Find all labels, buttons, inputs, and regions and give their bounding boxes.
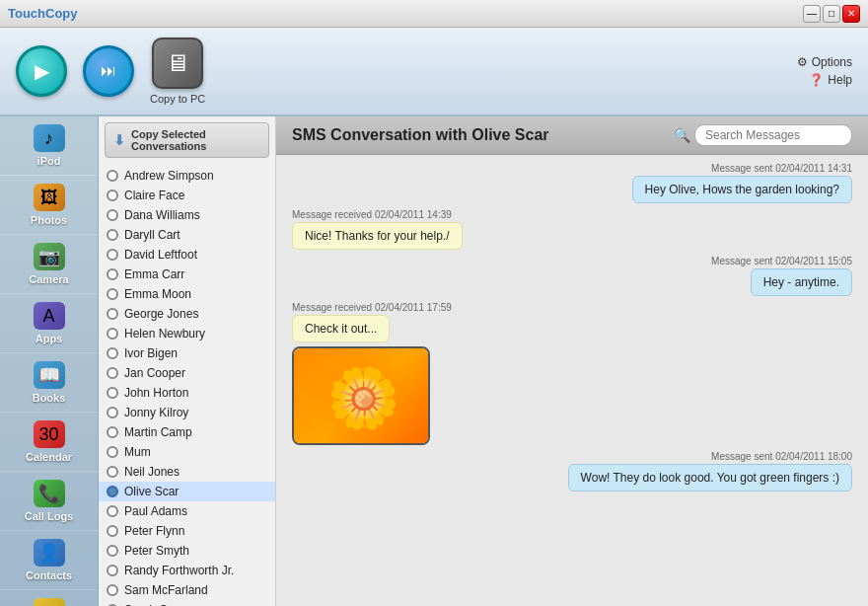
sidebar-item-apps[interactable]: A Apps — [0, 294, 98, 353]
contact-item[interactable]: John Horton — [99, 383, 275, 403]
contact-radio[interactable] — [107, 229, 118, 241]
sidebar-item-calendar[interactable]: 30 Calendar — [0, 413, 98, 472]
contact-radio[interactable] — [107, 545, 118, 557]
contact-item[interactable]: Emma Moon — [99, 284, 275, 304]
contact-name: Ivor Bigen — [124, 346, 178, 360]
message-row: Message received 02/04/2011 17:59Check i… — [292, 302, 852, 445]
contact-item[interactable]: Sam McFarland — [99, 580, 275, 600]
contact-item[interactable]: Mum — [99, 442, 275, 462]
contact-radio[interactable] — [107, 565, 118, 576]
minimize-button[interactable]: — — [803, 5, 821, 23]
contact-item[interactable]: Martin Camp — [99, 422, 275, 442]
contact-item[interactable]: Peter Smyth — [99, 541, 275, 561]
contact-item[interactable]: Paul Adams — [99, 501, 275, 521]
contact-list-panel: ⬇ Copy Selected Conversations Andrew Sim… — [99, 116, 276, 606]
books-icon: 📖 — [34, 361, 65, 389]
ipod-icon: ♪ — [34, 124, 65, 152]
contact-radio[interactable] — [107, 308, 118, 320]
contact-item[interactable]: Jonny Kilroy — [99, 403, 275, 422]
sidebar-label-calllogs: Call Logs — [25, 510, 74, 522]
contact-name: Olive Scar — [124, 485, 179, 498]
contact-name: Dana Williams — [124, 208, 200, 222]
files-icon: 📁 — [34, 598, 65, 606]
contact-radio[interactable] — [107, 249, 118, 261]
contact-radio[interactable] — [107, 189, 118, 201]
contact-name: Emma Moon — [124, 287, 191, 301]
contact-item[interactable]: Ivor Bigen — [99, 343, 275, 363]
copy-to-pc-label: Copy to PC — [150, 93, 205, 105]
copy-selected-button[interactable]: ⬇ Copy Selected Conversations — [105, 122, 269, 158]
contact-item[interactable]: Emma Carr — [99, 265, 275, 284]
copy-selected-label: Copy Selected Conversations — [131, 128, 260, 152]
contact-item[interactable]: Dana Williams — [99, 205, 275, 225]
sidebar-item-photos[interactable]: 🖼 Photos — [0, 176, 98, 235]
sidebar-item-camera[interactable]: 📷 Camera — [0, 235, 98, 294]
photos-icon: 🖼 — [34, 184, 65, 211]
sidebar-item-ipod[interactable]: ♪ iPod — [0, 116, 98, 176]
camera-icon: 📷 — [34, 243, 65, 270]
contact-name: Jonny Kilroy — [124, 406, 188, 419]
contact-radio[interactable] — [107, 268, 118, 280]
contact-item[interactable]: Jan Cooper — [99, 363, 275, 383]
close-button[interactable]: ✕ — [842, 5, 860, 23]
sidebar-item-files[interactable]: 📁 Files — [0, 590, 98, 606]
contact-radio[interactable] — [107, 347, 118, 359]
sidebar-label-books: Books — [33, 392, 66, 404]
message-bubble: Check it out... — [292, 315, 390, 342]
apps-icon: A — [34, 302, 65, 330]
contact-name: Emma Carr — [124, 267, 184, 281]
contact-item[interactable]: David Leftfoot — [99, 245, 275, 265]
contact-radio[interactable] — [107, 466, 118, 478]
calllogs-icon: 📞 — [34, 480, 65, 507]
contact-radio[interactable] — [107, 170, 118, 182]
contact-radio[interactable] — [107, 486, 118, 497]
contact-name: Mum — [124, 445, 151, 459]
contact-item[interactable]: Helen Newbury — [99, 324, 275, 343]
options-label: Options — [812, 55, 852, 69]
contact-name: Paul Adams — [124, 504, 187, 518]
copy-to-pc-button[interactable]: 🖥 — [152, 38, 203, 89]
contact-name: Sam McFarland — [124, 583, 208, 597]
contact-item[interactable]: Sarah Cross — [99, 600, 275, 606]
help-label: Help — [828, 73, 852, 87]
download-icon: ⬇ — [113, 132, 125, 148]
sidebar-item-books[interactable]: 📖 Books — [0, 353, 98, 413]
sidebar-item-contacts[interactable]: 👤 Contacts — [0, 531, 98, 590]
contact-item[interactable]: Andrew Simpson — [99, 166, 275, 186]
contact-radio[interactable] — [107, 584, 118, 596]
options-button[interactable]: ⚙ Options — [797, 55, 852, 69]
help-button[interactable]: ❓ Help — [809, 73, 852, 87]
contact-item[interactable]: Daryll Cart — [99, 225, 275, 245]
play-button[interactable]: ▶ — [16, 45, 67, 97]
contact-item[interactable]: Randy Forthworth Jr. — [99, 561, 275, 580]
contact-name: Claire Face — [124, 189, 184, 202]
contact-radio[interactable] — [107, 367, 118, 379]
contact-radio[interactable] — [107, 209, 118, 221]
contact-radio[interactable] — [107, 407, 118, 418]
search-icon: 🔍 — [674, 127, 690, 143]
sidebar-label-camera: Camera — [29, 273, 68, 285]
contact-item[interactable]: Neil Jones — [99, 462, 275, 482]
contact-item[interactable]: George Jones — [99, 304, 275, 324]
contact-radio[interactable] — [107, 387, 118, 399]
contact-item[interactable]: Olive Scar — [99, 482, 275, 501]
sidebar-item-calllogs[interactable]: 📞 Call Logs — [0, 472, 98, 531]
message-bubble: Nice! Thanks for your help./ — [292, 222, 463, 250]
contact-radio[interactable] — [107, 328, 118, 340]
contact-item[interactable]: Claire Face — [99, 186, 275, 205]
search-input[interactable] — [694, 124, 852, 146]
maximize-button[interactable]: □ — [823, 5, 840, 23]
titlebar: TouchCopy — □ ✕ — [0, 0, 868, 28]
contact-radio[interactable] — [107, 525, 118, 537]
message-bubble: Hey - anytime. — [751, 268, 852, 296]
contact-radio[interactable] — [107, 288, 118, 300]
contact-item[interactable]: Peter Flynn — [99, 521, 275, 541]
contact-name: Helen Newbury — [124, 327, 205, 341]
contact-radio[interactable] — [107, 426, 118, 438]
contact-name: Jan Cooper — [124, 366, 185, 380]
contact-radio[interactable] — [107, 505, 118, 517]
skip-button[interactable]: ⏭ — [83, 45, 134, 97]
message-row: Message received 02/04/2011 14:39Nice! T… — [292, 209, 852, 250]
contact-radio[interactable] — [107, 446, 118, 458]
contacts-icon: 👤 — [34, 539, 65, 567]
